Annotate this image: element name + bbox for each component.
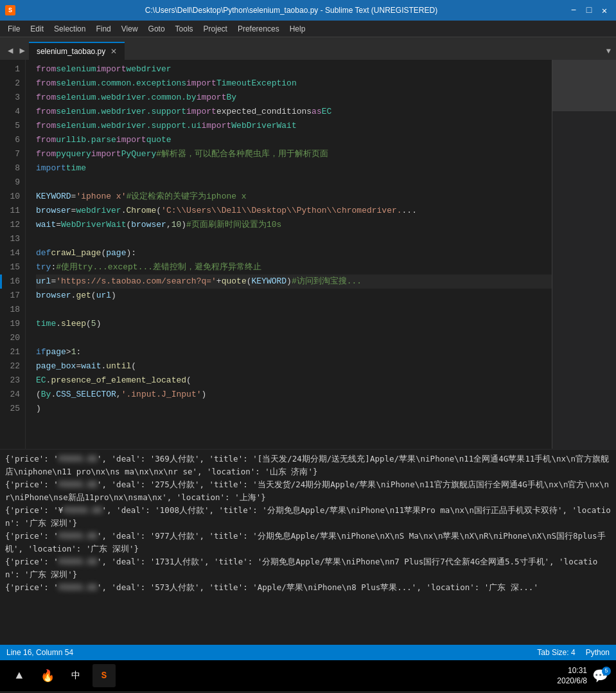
menu-item-help[interactable]: Help: [285, 23, 311, 35]
taskbar-fire-icon[interactable]: 🔥: [36, 664, 59, 687]
status-bar: Line 16, Column 54 Tab Size: 4 Python: [0, 645, 616, 660]
output-line: {'price': '¥¥9999.00', 'deal': '1008人付款'…: [5, 504, 611, 530]
code-line-23: EC.presence_of_element_located(: [36, 374, 552, 388]
notification-badge: 5: [602, 667, 611, 676]
taskbar-left: ▲ 🔥 中 S: [8, 664, 552, 687]
tab-selenium-taobao[interactable]: selenium_taobao.py ✕: [29, 42, 125, 60]
line-number-5: 5: [3, 119, 20, 133]
code-line-16: url = 'https://s.taobao.com/search?q='+q…: [36, 274, 552, 289]
line-number-13: 13: [3, 232, 20, 246]
clock-date: 2020/6/8: [557, 676, 587, 686]
menu-item-preferences[interactable]: Preferences: [233, 23, 285, 35]
tab-scroll-right[interactable]: ▶: [17, 45, 27, 56]
output-line: {'price': '¥9999.00', 'deal': '573人付款', …: [5, 581, 611, 594]
line-number-3: 3: [3, 91, 20, 105]
code-line-20: [36, 331, 552, 345]
status-language[interactable]: Python: [586, 648, 610, 657]
code-line-17: browser.get(url): [36, 289, 552, 303]
line-number-1: 1: [3, 62, 20, 76]
output-line: {'price': '¥9999.00', 'deal': '275人付款', …: [5, 478, 611, 504]
code-line-24: (By.CSS_SELECTOR,'.input.J_Input'): [36, 388, 552, 402]
line-number-19: 19: [3, 317, 20, 331]
line-number-17: 17: [3, 289, 20, 303]
code-line-10: KEYWORD='iphone x' #设定检索的关键字为iphone x: [36, 190, 552, 204]
code-content[interactable]: from selenium import webdriverfrom selen…: [26, 60, 552, 449]
code-line-7: from pyquery import PyQuery #解析器，可以配合各种爬…: [36, 147, 552, 161]
line-number-24: 24: [3, 388, 20, 402]
code-line-21: if page > 1:: [36, 345, 552, 359]
menu-item-goto[interactable]: Goto: [143, 23, 170, 35]
taskbar-right: 10:31 2020/6/8 💬 5: [557, 665, 608, 686]
line-number-10: 10: [3, 190, 20, 204]
code-line-2: from selenium.common.exceptions import T…: [36, 76, 552, 91]
line-number-23: 23: [3, 374, 20, 388]
code-line-19: time.sleep(5): [36, 317, 552, 331]
code-line-14: def crawl_page(page):: [36, 246, 552, 260]
code-line-18: [36, 303, 552, 317]
code-line-3: from selenium.webdriver.common.by import…: [36, 91, 552, 105]
output-line: {'price': '¥9999.00', 'deal': '1731人付款',…: [5, 555, 611, 581]
app-icon: S: [5, 5, 15, 15]
maximize-button[interactable]: □: [583, 4, 595, 17]
title-bar: S C:\Users\Dell\Desktop\Python\selenium_…: [0, 0, 616, 21]
menu-item-tools[interactable]: Tools: [170, 23, 198, 35]
menu-item-project[interactable]: Project: [198, 23, 233, 35]
line-number-2: 2: [3, 76, 20, 91]
taskbar-sublime-icon[interactable]: S: [92, 664, 116, 687]
tab-scroll-left[interactable]: ◀: [5, 45, 15, 56]
taskbar-clock: 10:31 2020/6/8: [557, 665, 587, 686]
code-line-22: page_box = wait.until(: [36, 359, 552, 374]
code-line-5: from selenium.webdriver.support.ui impor…: [36, 119, 552, 133]
code-line-8: import time: [36, 161, 552, 176]
taskbar: ▲ 🔥 中 S 10:31 2020/6/8 💬 5: [0, 660, 616, 691]
tab-bar: ◀ ▶ selenium_taobao.py ✕ ▼: [0, 37, 616, 60]
line-number-4: 4: [3, 105, 20, 119]
menu-item-view[interactable]: View: [116, 23, 143, 35]
tab-dropdown[interactable]: ▼: [606, 47, 611, 56]
window-title: C:\Users\Dell\Desktop\Python\selenium_ta…: [21, 6, 562, 15]
editor-area: 1234567891011121314151617181920212223242…: [0, 60, 616, 449]
line-number-16: 16: [3, 274, 20, 289]
tab-close-button[interactable]: ✕: [110, 47, 117, 56]
menu-item-selection[interactable]: Selection: [49, 23, 91, 35]
minimap-highlight: [552, 60, 616, 111]
code-line-9: [36, 176, 552, 190]
notification-button[interactable]: 💬 5: [592, 668, 608, 684]
code-line-25: ): [36, 402, 552, 416]
taskbar-chevron-up[interactable]: ▲: [8, 664, 31, 687]
minimize-button[interactable]: −: [567, 4, 580, 17]
code-line-15: try: #使用try...except...差错控制，避免程序异常终止: [36, 260, 552, 274]
line-number-9: 9: [3, 176, 20, 190]
code-line-13: [36, 232, 552, 246]
line-number-22: 22: [3, 359, 20, 374]
status-right: Tab Size: 4 Python: [537, 648, 610, 657]
line-number-12: 12: [3, 218, 20, 232]
menu-bar: FileEditSelectionFindViewGotoToolsProjec…: [0, 21, 616, 37]
minimap: [552, 60, 616, 449]
clock-time: 10:31: [557, 665, 587, 676]
line-number-15: 15: [3, 260, 20, 274]
line-number-20: 20: [3, 331, 20, 345]
line-number-7: 7: [3, 147, 20, 161]
code-line-11: browser = webdriver.Chrome('C:\\Users\\D…: [36, 204, 552, 218]
close-button[interactable]: ✕: [598, 4, 611, 17]
menu-item-edit[interactable]: Edit: [25, 23, 49, 35]
code-line-12: wait = WebDriverWait(browser,10) #页面刷新时间…: [36, 218, 552, 232]
line-number-21: 21: [3, 345, 20, 359]
code-line-6: from urllib.parse import quote: [36, 133, 552, 147]
line-numbers: 1234567891011121314151617181920212223242…: [0, 60, 26, 449]
menu-item-find[interactable]: Find: [91, 23, 116, 35]
code-line-4: from selenium.webdriver.support import e…: [36, 105, 552, 119]
code-line-1: from selenium import webdriver: [36, 62, 552, 76]
output-line: {'price': '¥9999.00', 'deal': '977人付款', …: [5, 530, 611, 555]
window-controls: − □ ✕: [567, 4, 611, 17]
line-number-25: 25: [3, 402, 20, 416]
line-number-11: 11: [3, 204, 20, 218]
output-line: {'price': '¥9999.00', 'deal': '369人付款', …: [5, 453, 611, 478]
line-number-8: 8: [3, 161, 20, 176]
line-number-18: 18: [3, 303, 20, 317]
menu-item-file[interactable]: File: [3, 23, 25, 35]
status-tabsize[interactable]: Tab Size: 4: [537, 648, 575, 657]
taskbar-chinese-icon[interactable]: 中: [64, 664, 87, 687]
tab-label: selenium_taobao.py: [37, 47, 105, 56]
